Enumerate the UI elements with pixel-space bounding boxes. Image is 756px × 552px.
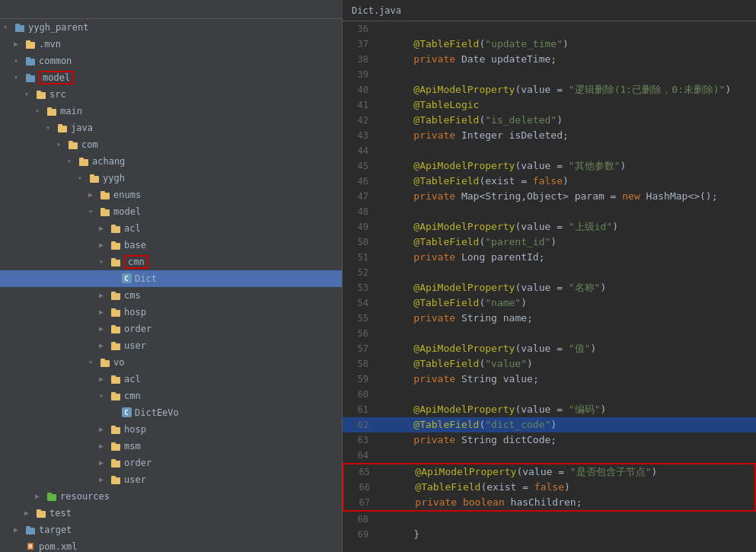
- tree-item-common[interactable]: ▾common: [0, 53, 342, 69]
- tree-icon: [110, 340, 122, 352]
- tree-item-enums[interactable]: ▶enums: [0, 187, 342, 203]
- line-content: @TableField(exist = false): [387, 174, 756, 189]
- tree-label: common: [39, 56, 72, 66]
- tree-label: yygh_parent: [28, 22, 88, 33]
- tree-arrow: ▾: [67, 157, 78, 165]
- tree-arrow: ▶: [99, 324, 110, 333]
- tree-icon: [46, 105, 58, 117]
- line-number: 53: [343, 280, 375, 295]
- svg-rect-41: [111, 375, 116, 378]
- line-number: 41: [343, 97, 375, 113]
- code-line-56: 56: [343, 326, 756, 341]
- tree-label: msm: [124, 441, 141, 451]
- tree-item-dict[interactable]: CDict: [0, 270, 342, 287]
- tree-item-cmn[interactable]: ▾cmn: [0, 388, 342, 404]
- tree-arrow: ▾: [99, 391, 110, 400]
- line-number: 38: [343, 52, 375, 67]
- tree-label: java: [71, 123, 93, 133]
- code-line-37: 37 @TableField("update_time"): [343, 37, 756, 52]
- svg-rect-46: [111, 444, 120, 451]
- svg-rect-4: [26, 59, 35, 65]
- tree-item-base[interactable]: ▶base: [0, 237, 342, 254]
- tree-item-main[interactable]: ▾main: [0, 103, 342, 120]
- tree-label: test: [49, 508, 72, 518]
- tree-item-user[interactable]: ▶user: [0, 471, 342, 488]
- line-number: 45: [343, 158, 375, 174]
- line-number: 49: [343, 219, 375, 235]
- tree-arrow: ▶: [99, 224, 110, 232]
- line-content: private Date updateTime;: [387, 52, 756, 67]
- tree-item-yygh-parent[interactable]: ▾yygh_parent: [0, 19, 342, 36]
- tree-item--mvn[interactable]: ▶.mvn: [0, 36, 342, 53]
- tree-label: order: [124, 458, 152, 468]
- tree-arrow: ▾: [99, 257, 110, 266]
- tree-item-pom-xml[interactable]: mpom.xml: [0, 538, 342, 552]
- svg-rect-15: [69, 141, 73, 143]
- svg-rect-13: [58, 124, 62, 126]
- tree-icon: [110, 390, 122, 402]
- svg-rect-17: [79, 158, 84, 160]
- tree-label: base: [124, 240, 146, 250]
- tree-item-test[interactable]: ▶test: [0, 505, 342, 522]
- svg-rect-42: [111, 394, 120, 400]
- tree-item-java[interactable]: ▾java: [0, 120, 342, 136]
- svg-rect-16: [79, 159, 88, 166]
- line-number: 68: [343, 512, 375, 527]
- tree-item-model[interactable]: ▾model: [0, 203, 342, 220]
- tree-item-cms[interactable]: ▶cms: [0, 287, 342, 304]
- tree-item-target[interactable]: ▶target: [0, 522, 342, 538]
- editor-filename: Dict.java: [352, 5, 401, 16]
- line-number: 50: [343, 235, 375, 250]
- tree-item-hosp[interactable]: ▶hosp: [0, 304, 342, 321]
- tree-label: cmn: [124, 257, 148, 267]
- svg-rect-55: [37, 509, 41, 512]
- tree-item-order[interactable]: ▶order: [0, 321, 342, 337]
- tree-item-acl[interactable]: ▶acl: [0, 371, 342, 388]
- file-tree[interactable]: ▾yygh_parent▶.mvn▾common▾model▾src▾main▾…: [0, 19, 343, 552]
- code-line-63: 63 private String dictCode;: [343, 432, 756, 448]
- tree-item-achang[interactable]: ▾achang: [0, 153, 342, 170]
- tree-label: DictEeVo: [135, 407, 179, 418]
- code-editor[interactable]: 36 37 @TableField("update_time") 38 priv…: [343, 21, 756, 552]
- line-content: private Map<String,Object> param = new H…: [387, 189, 756, 204]
- line-content: [387, 21, 756, 37]
- tree-item-yygh[interactable]: ▾yygh: [0, 170, 342, 187]
- tree-item-model[interactable]: ▾model: [0, 69, 342, 86]
- tree-arrow: ▾: [88, 358, 99, 366]
- code-line-67: 67 private boolean hasChildren;: [343, 495, 756, 512]
- tree-label: order: [124, 324, 152, 334]
- tree-item-com[interactable]: ▾com: [0, 136, 342, 153]
- tree-item-acl[interactable]: ▶acl: [0, 220, 342, 237]
- tree-icon: [35, 88, 47, 101]
- tree-item-user[interactable]: ▶user: [0, 337, 342, 354]
- tree-arrow: ▶: [99, 341, 110, 349]
- tree-arrow: ▾: [88, 207, 99, 215]
- line-content: private Long parentId;: [387, 250, 756, 265]
- tree-icon: [56, 122, 69, 134]
- tree-item-hosp[interactable]: ▶hosp: [0, 421, 342, 438]
- line-number: 65: [344, 464, 376, 480]
- svg-rect-53: [47, 493, 52, 495]
- tree-arrow: ▶: [99, 425, 110, 433]
- line-content: [387, 387, 756, 402]
- tree-icon: [99, 189, 111, 201]
- tree-item-msm[interactable]: ▶msm: [0, 438, 342, 455]
- line-number: 60: [343, 387, 375, 402]
- tree-item-vo[interactable]: ▾vo: [0, 354, 342, 371]
- tree-item-dicteevo[interactable]: CDictEeVo: [0, 404, 342, 421]
- tree-icon: [24, 55, 37, 67]
- tree-item-src[interactable]: ▾src: [0, 86, 342, 103]
- tree-item-resources[interactable]: ▶resources: [0, 488, 342, 505]
- svg-rect-36: [111, 343, 120, 350]
- code-line-49: 49 @ApiModelProperty(value = "上级id"): [343, 219, 756, 235]
- line-content: @TableField("parent_id"): [387, 235, 756, 250]
- code-line-57: 57 @ApiModelProperty(value = "值"): [343, 341, 756, 356]
- code-line-68: 68: [343, 512, 756, 527]
- tree-item-order[interactable]: ▶order: [0, 455, 342, 471]
- code-line-40: 40 @ApiModelProperty(value = "逻辑删除(1:已删除…: [343, 82, 756, 97]
- tree-icon: [24, 38, 37, 50]
- svg-rect-48: [111, 461, 120, 467]
- code-line-60: 60: [343, 387, 756, 402]
- tree-item-cmn[interactable]: ▾cmn: [0, 254, 342, 270]
- svg-rect-39: [100, 359, 105, 361]
